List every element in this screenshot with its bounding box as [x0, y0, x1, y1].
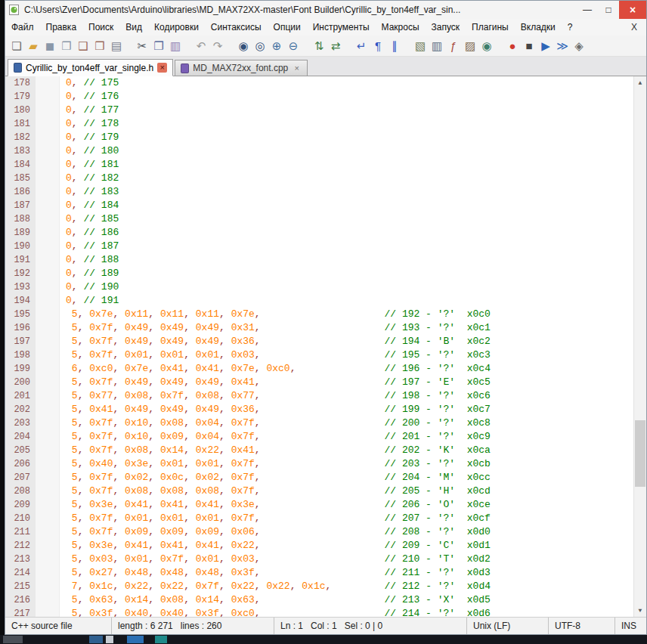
bookmark-margin[interactable]	[36, 498, 60, 512]
bookmark-margin[interactable]	[36, 389, 60, 403]
code-line[interactable]: 1800, // 177	[5, 104, 633, 117]
line-number[interactable]: 212	[5, 539, 36, 553]
indent-guide-button[interactable]: ∥	[386, 38, 403, 54]
code-line[interactable]: 210 5, 0x7f, 0x01, 0x01, 0x01, 0x7f, // …	[5, 512, 633, 525]
close-file-button[interactable]: ❑	[75, 38, 91, 54]
bookmark-margin[interactable]	[36, 471, 60, 485]
menu-item-1[interactable]: Правка	[40, 20, 83, 35]
code-line[interactable]: 195 5, 0x7e, 0x11, 0x11, 0x11, 0x7e, // …	[5, 308, 633, 321]
code-line[interactable]: 214 5, 0x27, 0x48, 0x48, 0x48, 0x3f, // …	[5, 566, 633, 580]
menu-item-9[interactable]: Запуск	[426, 20, 466, 35]
code-line[interactable]: 203 5, 0x7f, 0x10, 0x08, 0x04, 0x7f, // …	[5, 416, 633, 430]
line-number[interactable]: 190	[5, 240, 36, 253]
code-line[interactable]: 212 5, 0x3e, 0x41, 0x41, 0x41, 0x22, // …	[5, 539, 633, 553]
line-number[interactable]: 215	[5, 580, 36, 593]
menu-item-7[interactable]: Инструменты	[307, 20, 376, 35]
bookmark-margin[interactable]	[36, 90, 60, 104]
line-number[interactable]: 192	[5, 267, 36, 280]
code-line[interactable]: 199 6, 0xc0, 0x7e, 0x41, 0x41, 0x7e, 0xc…	[5, 362, 633, 376]
editor[interactable]: 1780, // 1751790, // 1761800, // 1771810…	[5, 76, 646, 617]
titlebar[interactable]: C:\Users\Zver\Documents\Arduino\librarie…	[5, 1, 646, 19]
cut-button[interactable]: ✂	[134, 38, 150, 54]
word-wrap-button[interactable]: ↵	[353, 38, 370, 54]
menu-item-10[interactable]: Плагины	[466, 20, 515, 35]
line-number[interactable]: 183	[5, 144, 36, 158]
line-number[interactable]: 214	[5, 566, 36, 580]
menu-item-12[interactable]: ?	[562, 20, 579, 35]
code-line[interactable]: 1870, // 184	[5, 199, 633, 212]
code-line[interactable]: 1940, // 191	[5, 294, 633, 308]
code-line[interactable]: 205 5, 0x7f, 0x08, 0x14, 0x22, 0x41, // …	[5, 444, 633, 457]
paste-button[interactable]: ▥	[167, 38, 184, 54]
tab-1[interactable]: MD_MAX72xx_font.cpp×	[175, 60, 308, 76]
show-all-characters-button[interactable]: ¶	[370, 38, 386, 54]
save-file-button[interactable]: ◼	[42, 38, 58, 54]
bookmark-margin[interactable]	[36, 253, 60, 267]
line-number[interactable]: 204	[5, 430, 36, 444]
menu-item-5[interactable]: Синтаксисы	[205, 20, 268, 35]
line-number[interactable]: 182	[5, 131, 36, 144]
line-number[interactable]: 194	[5, 294, 36, 308]
bookmark-margin[interactable]	[36, 348, 60, 362]
close-all-button[interactable]: ❒	[91, 38, 108, 54]
playback-macro-button[interactable]: ▶	[537, 38, 554, 54]
line-number[interactable]: 179	[5, 90, 36, 104]
menu-item-0[interactable]: Файл	[5, 20, 40, 35]
code-line[interactable]: 1890, // 186	[5, 226, 633, 240]
code-line[interactable]: 1900, // 187	[5, 240, 633, 253]
line-number[interactable]: 181	[5, 117, 36, 131]
code-line[interactable]: 1830, // 180	[5, 144, 633, 158]
status-encoding[interactable]: UTF-8	[548, 618, 614, 634]
new-file-button[interactable]: ❏	[8, 38, 25, 54]
monitoring-eye-button[interactable]: ◉	[478, 38, 495, 54]
line-number[interactable]: 217	[5, 607, 36, 617]
line-number[interactable]: 195	[5, 308, 36, 321]
line-number[interactable]: 201	[5, 389, 36, 403]
bookmark-margin[interactable]	[36, 158, 60, 172]
minimize-button[interactable]: —	[577, 1, 598, 19]
menu-item-2[interactable]: Поиск	[82, 20, 119, 35]
run-macro-multiple-button[interactable]: ≫	[554, 38, 571, 54]
code-line[interactable]: 208 5, 0x7f, 0x08, 0x08, 0x08, 0x7f, // …	[5, 485, 633, 498]
bookmark-margin[interactable]	[36, 185, 60, 199]
replace-button[interactable]: ◎	[252, 38, 268, 54]
bookmark-margin[interactable]	[36, 294, 60, 308]
bookmark-margin[interactable]	[36, 430, 60, 444]
bookmark-margin[interactable]	[36, 172, 60, 185]
code-line[interactable]: 1930, // 190	[5, 280, 633, 294]
code-line[interactable]: 1910, // 188	[5, 253, 633, 267]
folder-as-workspace-button[interactable]: ▨	[462, 38, 478, 54]
line-number[interactable]: 202	[5, 403, 36, 416]
bookmark-margin[interactable]	[36, 457, 60, 471]
scroll-up-button[interactable]: ▲	[634, 76, 646, 89]
bookmark-margin[interactable]	[36, 226, 60, 240]
line-number[interactable]: 196	[5, 321, 36, 335]
code-line[interactable]: 209 5, 0x3e, 0x41, 0x41, 0x41, 0x3e, // …	[5, 498, 633, 512]
code-line[interactable]: 1850, // 182	[5, 172, 633, 185]
bookmark-margin[interactable]	[36, 280, 60, 294]
open-folder-button[interactable]: ▰	[25, 38, 42, 54]
bookmark-margin[interactable]	[36, 131, 60, 144]
sync-vertical-button[interactable]: ⇅	[311, 38, 327, 54]
menu-item-8[interactable]: Макросы	[376, 20, 426, 35]
bookmark-margin[interactable]	[36, 607, 60, 617]
line-number[interactable]: 184	[5, 158, 36, 172]
line-number[interactable]: 199	[5, 362, 36, 376]
line-number[interactable]: 213	[5, 553, 36, 566]
code-line[interactable]: 198 5, 0x7f, 0x01, 0x01, 0x01, 0x03, // …	[5, 348, 633, 362]
maximize-button[interactable]: □	[598, 1, 619, 19]
bookmark-margin[interactable]	[36, 362, 60, 376]
bookmark-margin[interactable]	[36, 416, 60, 430]
bookmark-margin[interactable]	[36, 525, 60, 539]
stop-recording-button[interactable]: ■	[521, 38, 537, 54]
record-macro-button[interactable]: ●	[504, 38, 521, 54]
bookmark-margin[interactable]	[36, 144, 60, 158]
status-insert-mode[interactable]: INS	[614, 618, 646, 634]
redo-button[interactable]: ↷	[209, 38, 226, 54]
code-line[interactable]: 217 5, 0x3f, 0x40, 0x40, 0x3f, 0xc0, // …	[5, 607, 633, 617]
code-line[interactable]: 213 5, 0x03, 0x01, 0x7f, 0x01, 0x03, // …	[5, 553, 633, 566]
save-all-button[interactable]: ❒	[58, 38, 75, 54]
code-line[interactable]: 196 5, 0x7f, 0x49, 0x49, 0x49, 0x31, // …	[5, 321, 633, 335]
line-number[interactable]: 193	[5, 280, 36, 294]
code-line[interactable]: 1820, // 179	[5, 131, 633, 144]
